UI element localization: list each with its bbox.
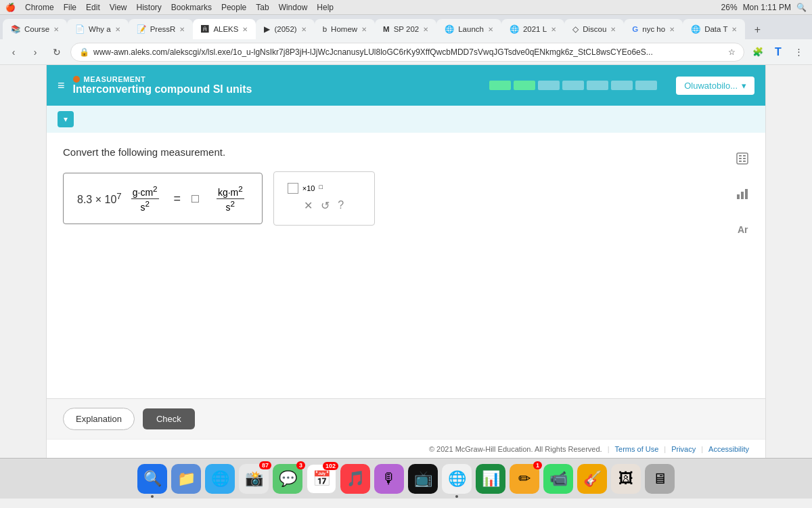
measurement-indicator <box>73 76 80 83</box>
hamburger-menu[interactable]: ≡ <box>58 79 65 93</box>
tab-homew[interactable]: b Homew ✕ <box>315 19 375 39</box>
tab-close-pressr[interactable]: ✕ <box>179 26 185 33</box>
tab-close-nycho[interactable]: ✕ <box>669 26 675 33</box>
tab-discou[interactable]: ◇ Discou ✕ <box>564 19 624 39</box>
help-button[interactable]: ? <box>338 199 344 212</box>
dock-pencil[interactable]: ✏1 <box>510 464 539 494</box>
dock-music[interactable]: 🎵 <box>340 464 370 494</box>
tab-nycho[interactable]: G nyc ho ✕ <box>624 19 683 39</box>
tab-icon: b <box>323 25 327 33</box>
tab-whya[interactable]: 📄 Why a ✕ <box>67 19 129 39</box>
tab-close-whya[interactable]: ✕ <box>115 26 120 33</box>
toolbar-icons: 🧩 T ⋮ <box>750 44 807 60</box>
tab-2021[interactable]: 🌐 2021 L ✕ <box>501 19 564 39</box>
section-title: Interconverting compound SI units <box>73 83 252 96</box>
tab-label: (2052) <box>274 25 296 33</box>
right-fraction-container: kg·m2 s2 <box>215 184 246 213</box>
reload-button[interactable]: ↻ <box>49 44 65 60</box>
menu-bookmarks[interactable]: Bookmarks <box>171 3 212 12</box>
dock-photos[interactable]: 📸87 <box>239 464 269 494</box>
dock-garageband[interactable]: 🎸 <box>577 464 607 494</box>
chart-icon[interactable] <box>730 182 754 206</box>
mac-dock: 🔍 📁 🌐 📸87 💬3 📅102 🎵 🎙 📺 🌐 📊 ✏1 📹 🎸 🖼 🖥 <box>0 458 812 499</box>
address-bar: ‹ › ↻ 🔒 www-awn.aleks.com/alekscgi/x/lsl… <box>0 39 812 65</box>
clear-button[interactable]: ✕ <box>304 199 313 212</box>
answer-input-field[interactable] <box>288 183 298 194</box>
url-bar[interactable]: 🔒 www-awn.aleks.com/alekscgi/x/lsl.exe/1… <box>70 43 744 62</box>
tab-icon: M <box>383 25 390 33</box>
tab-close-sp202[interactable]: ✕ <box>423 26 428 33</box>
menu-people[interactable]: People <box>221 3 246 12</box>
search-icon[interactable]: 🔍 <box>796 3 807 12</box>
tab-datat[interactable]: 🌐 Data T ✕ <box>683 19 745 39</box>
extensions-icon[interactable]: 🧩 <box>750 44 766 60</box>
augmented-reality-icon[interactable]: Ar <box>730 217 754 241</box>
tab-label: PressR <box>150 25 176 33</box>
tab-icon: 📝 <box>137 24 146 34</box>
calculator-icon[interactable] <box>730 146 754 171</box>
lock-icon: 🔒 <box>79 47 89 57</box>
mac-menu-bar: 🍎 Chrome File Edit View History Bookmark… <box>0 0 812 15</box>
dock-preview[interactable]: 🖼 <box>611 464 641 494</box>
dock-finder[interactable]: 🔍 <box>137 464 167 494</box>
back-button[interactable]: ‹ <box>5 44 22 60</box>
svg-rect-3 <box>739 158 742 159</box>
svg-text:Ar: Ar <box>738 224 748 235</box>
accessibility-link[interactable]: Accessibility <box>708 445 749 453</box>
dock-safari[interactable]: 🌐 <box>205 464 235 494</box>
more-options-icon[interactable]: ⋮ <box>790 44 807 60</box>
tab-launch[interactable]: 🌐 Launch ✕ <box>436 19 501 39</box>
tab-course[interactable]: 📚 Course ✕ <box>3 19 67 39</box>
menu-history[interactable]: History <box>137 3 162 12</box>
menu-help[interactable]: Help <box>317 3 334 12</box>
tab-close-discou[interactable]: ✕ <box>610 26 616 33</box>
dock-chrome[interactable]: 🌐 <box>442 464 472 494</box>
coeff-exp: 7 <box>116 191 121 201</box>
tab-2052[interactable]: ▶ (2052) ✕ <box>256 19 314 39</box>
dock-numbers[interactable]: 📊 <box>476 464 505 494</box>
user-dropdown[interactable]: Oluwatobilo... ▾ <box>676 77 754 95</box>
menu-edit[interactable]: Edit <box>86 3 100 12</box>
explanation-button[interactable]: Explanation <box>63 408 135 430</box>
dock-messages[interactable]: 💬3 <box>273 464 302 494</box>
tab-sp202[interactable]: M SP 202 ✕ <box>375 19 436 39</box>
dock-folder[interactable]: 📁 <box>171 464 201 494</box>
collapse-button[interactable]: ▾ <box>58 111 74 127</box>
forward-button[interactable]: › <box>27 44 43 60</box>
progress-bar <box>489 81 657 90</box>
dock-system[interactable]: 🖥 <box>645 464 675 494</box>
dock-tv[interactable]: 📺 <box>408 464 438 494</box>
svg-rect-1 <box>739 155 742 156</box>
check-button[interactable]: Check <box>143 408 195 429</box>
dock-calendar[interactable]: 📅102 <box>307 464 336 494</box>
tab-close-datat[interactable]: ✕ <box>731 26 737 33</box>
dock-podcast[interactable]: 🎙 <box>374 464 404 494</box>
privacy-link[interactable]: Privacy <box>671 445 696 453</box>
tab-close-homew[interactable]: ✕ <box>361 26 367 33</box>
tab-close-course[interactable]: ✕ <box>53 26 59 33</box>
terms-link[interactable]: Terms of Use <box>615 445 659 453</box>
right-sidebar: Ar <box>730 146 754 241</box>
menu-window[interactable]: Window <box>279 3 308 12</box>
menu-tab[interactable]: Tab <box>256 3 269 12</box>
tab-close-2021[interactable]: ✕ <box>551 26 556 33</box>
denom-exp: 2 <box>145 199 149 208</box>
undo-button[interactable]: ↺ <box>321 199 330 212</box>
answer-exp-box[interactable]: □ <box>319 184 322 190</box>
right-fraction: kg·m2 s2 <box>217 184 244 213</box>
tab-close-aleks[interactable]: ✕ <box>242 26 248 33</box>
tab-close-2052[interactable]: ✕ <box>301 26 307 33</box>
bottom-bar: Explanation Check <box>47 398 765 439</box>
apple-menu[interactable]: 🍎 <box>5 3 16 12</box>
star-icon[interactable]: ☆ <box>728 47 736 57</box>
tab-pressr[interactable]: 📝 PressR ✕ <box>129 19 194 39</box>
dock-facetime[interactable]: 📹 <box>543 464 573 494</box>
tab-close-launch[interactable]: ✕ <box>488 26 493 33</box>
new-tab-button[interactable]: + <box>748 20 767 39</box>
tab-aleks[interactable]: 🅰 ALEKS ✕ <box>193 19 256 39</box>
menu-chrome[interactable]: Chrome <box>25 3 54 12</box>
profile-icon[interactable]: T <box>770 44 786 60</box>
menu-view[interactable]: View <box>110 3 127 12</box>
datetime-display: Mon 1:11 PM <box>743 3 791 12</box>
menu-file[interactable]: File <box>64 3 76 12</box>
